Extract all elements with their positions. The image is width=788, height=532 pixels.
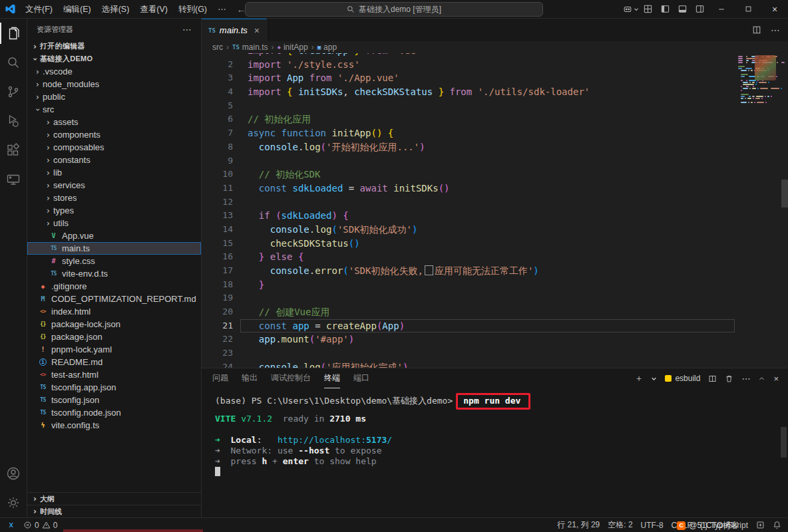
remote-explorer-icon[interactable] xyxy=(0,165,27,194)
close-panel-button[interactable]: × xyxy=(773,374,779,384)
split-terminal-button[interactable] xyxy=(708,374,717,383)
code-line-5[interactable]: 5 xyxy=(202,99,788,113)
panel-tab-问题[interactable]: 问题 xyxy=(212,368,228,388)
panel-tab-终端[interactable]: 终端 xyxy=(324,368,340,388)
file-style.css[interactable]: #style.css xyxy=(27,255,201,267)
code-line-19[interactable]: 19 xyxy=(202,291,788,305)
maximize-button[interactable] xyxy=(735,0,761,18)
breadcrumb-main.ts[interactable]: TSmain.ts xyxy=(232,43,268,52)
profile-dropdown[interactable] xyxy=(623,5,639,14)
code-line-10[interactable]: 10 // 初始化SDK xyxy=(202,168,788,182)
breadcrumb-app[interactable]: ▣app xyxy=(317,43,337,52)
file-tsconfig.json[interactable]: TStsconfig.json xyxy=(27,394,201,406)
new-terminal-button[interactable]: ＋ xyxy=(634,372,643,384)
menu-查看(V)[interactable]: 查看(V) xyxy=(134,0,173,19)
folder-components[interactable]: ›components xyxy=(27,128,201,141)
file-CODE_OPTIMIZATION_REPORT.md[interactable]: MCODE_OPTIMIZATION_REPORT.md xyxy=(27,293,201,305)
terminal-scrollbar[interactable] xyxy=(781,427,787,458)
folder-stores[interactable]: ›stores xyxy=(27,192,201,204)
code-line-16[interactable]: 16 } else { xyxy=(202,250,788,264)
menu-转到(G)[interactable]: 转到(G) xyxy=(173,0,212,19)
command-center-search[interactable]: 基础接入demo [管理员] xyxy=(245,2,543,17)
source-control-icon[interactable] xyxy=(0,77,27,106)
open-editors-section[interactable]: › 打开的编辑器 xyxy=(27,40,201,53)
breadcrumb-initApp[interactable]: ◈initApp xyxy=(278,43,308,52)
file-package-lock.json[interactable]: {}package-lock.json xyxy=(27,318,201,331)
menu-overflow[interactable]: ⋯ xyxy=(212,0,232,19)
remote-indicator[interactable] xyxy=(7,518,15,532)
notifications-bell-icon[interactable] xyxy=(773,518,781,532)
file-tsconfig.node.json[interactable]: TStsconfig.node.json xyxy=(27,406,201,419)
file-package.json[interactable]: {}package.json xyxy=(27,331,201,343)
cursor-position-status[interactable]: 行 21, 列 29 xyxy=(557,518,600,532)
kill-terminal-button[interactable] xyxy=(725,374,733,383)
pane-时间线[interactable]: ›时间线 xyxy=(27,505,201,517)
code-line-15[interactable]: 15 checkSDKStatus() xyxy=(202,237,788,251)
code-line-8[interactable]: 8 console.log('开始初始化应用...') xyxy=(202,140,788,154)
folder-src[interactable]: ›src xyxy=(27,103,201,116)
file-.gitignore[interactable]: ◆.gitignore xyxy=(27,280,201,293)
code-line-9[interactable]: 9 xyxy=(202,154,788,168)
code-line-2[interactable]: 2import './style.css' xyxy=(202,58,788,72)
code-line-11[interactable]: 11 const sdkLoaded = await initSDKs() xyxy=(202,182,788,196)
panel-more-actions-button[interactable]: ⋯ xyxy=(741,374,750,384)
file-main.ts[interactable]: TSmain.ts xyxy=(27,242,201,255)
toggle-primary-sidebar-button[interactable] xyxy=(656,0,674,18)
maximize-panel-button[interactable] xyxy=(758,375,765,382)
code-line-24[interactable]: 24 console.log('应用初始化完成') xyxy=(202,360,788,368)
folder-lib[interactable]: ›lib xyxy=(27,166,201,179)
menu-选择(S)[interactable]: 选择(S) xyxy=(97,0,135,19)
panel-tab-端口[interactable]: 端口 xyxy=(353,368,369,388)
folder-services[interactable]: ›services xyxy=(27,179,201,192)
file-App.vue[interactable]: VApp.vue xyxy=(27,229,201,242)
run-debug-icon[interactable] xyxy=(0,106,27,136)
panel-tab-调试控制台[interactable]: 调试控制台 xyxy=(271,368,311,388)
extensions-icon[interactable] xyxy=(0,136,27,165)
indentation-status[interactable]: 空格: 2 xyxy=(608,518,632,532)
shell-badge[interactable]: esbuild xyxy=(665,374,700,383)
encoding-status[interactable]: UTF-8 xyxy=(641,518,664,532)
code-line-12[interactable]: 12 xyxy=(202,196,788,209)
code-line-18[interactable]: 18 } xyxy=(202,278,788,292)
code-editor[interactable]: 1import { createApp } from 'vue'2import … xyxy=(202,53,788,368)
code-line-14[interactable]: 14 console.log('SDK初始化成功') xyxy=(202,223,788,237)
folder-composables[interactable]: ›composables xyxy=(27,141,201,154)
code-line-13[interactable]: 13 if (sdkLoaded) { xyxy=(202,209,788,223)
toggle-secondary-sidebar-button[interactable] xyxy=(691,0,708,18)
file-README.md[interactable]: iREADME.md xyxy=(27,356,201,368)
code-line-6[interactable]: 6// 初始化应用 xyxy=(202,112,788,126)
file-test-asr.html[interactable]: <>test-asr.html xyxy=(27,368,201,381)
account-icon[interactable] xyxy=(0,459,27,488)
code-line-17[interactable]: 17 console.error('SDK初始化失败,应用可能无法正常工作') xyxy=(202,264,788,278)
close-tab-icon[interactable]: × xyxy=(254,25,260,36)
feedback-icon[interactable] xyxy=(756,518,765,532)
minimize-button[interactable] xyxy=(708,0,735,18)
explorer-icon[interactable] xyxy=(0,19,27,48)
close-window-button[interactable]: × xyxy=(761,0,788,18)
toggle-panel-button[interactable] xyxy=(674,0,691,18)
menu-文件(F)[interactable]: 文件(F) xyxy=(20,0,58,19)
code-line-4[interactable]: 4import { initSDKs, checkSDKStatus } fro… xyxy=(202,85,788,99)
folder-public[interactable]: ›public xyxy=(27,90,201,103)
file-vite.config.ts[interactable]: ϟvite.config.ts xyxy=(27,419,201,432)
folder-.vscode[interactable]: ›.vscode xyxy=(27,65,201,78)
terminal-profile-dropdown[interactable] xyxy=(651,376,657,382)
terminal[interactable]: (base) PS C:\Users\1\Desktop\demo\基础接入de… xyxy=(202,388,788,517)
editor-more-actions-button[interactable]: ⋯ xyxy=(771,25,780,35)
folder-node_modules[interactable]: ›node_modules xyxy=(27,78,201,90)
editor-scrollbar[interactable] xyxy=(781,180,788,207)
folder-constants[interactable]: ›constants xyxy=(27,154,201,166)
folder-utils[interactable]: ›utils xyxy=(27,217,201,229)
code-line-22[interactable]: 22 app.mount('#app') xyxy=(202,332,788,346)
file-vite-env.d.ts[interactable]: TSvite-env.d.ts xyxy=(27,267,201,280)
settings-gear-icon[interactable] xyxy=(0,488,27,517)
pane-大纲[interactable]: ›大纲 xyxy=(27,492,201,505)
code-line-7[interactable]: 7async function initApp() { xyxy=(202,126,788,140)
breadcrumb-src[interactable]: src xyxy=(212,43,223,52)
problems-status[interactable]: 0 0 xyxy=(23,518,57,532)
code-line-21[interactable]: 21 const app = createApp(App) xyxy=(202,319,788,333)
folder-types[interactable]: ›types xyxy=(27,204,201,217)
panel-tab-输出[interactable]: 输出 xyxy=(242,368,258,388)
menu-编辑(E)[interactable]: 编辑(E) xyxy=(58,0,97,19)
code-line-20[interactable]: 20 // 创建Vue应用 xyxy=(202,305,788,319)
